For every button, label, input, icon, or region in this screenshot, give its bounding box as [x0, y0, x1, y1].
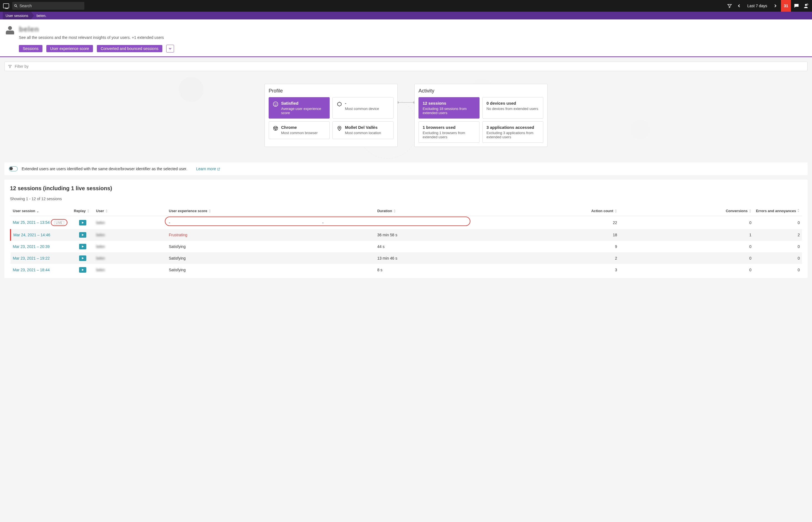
col-conversions[interactable]: Conversions	[726, 209, 751, 213]
alert-badge[interactable]: 31	[781, 0, 791, 12]
session-link[interactable]: Mar 25, 2021 – 13:54	[13, 220, 50, 225]
chip-ux-score[interactable]: User experience score	[46, 45, 93, 52]
breadcrumb-current[interactable]: belen.	[31, 12, 49, 19]
svg-marker-18	[106, 211, 108, 213]
col-action-count[interactable]: Action count	[591, 209, 617, 213]
errors-value: 0	[754, 253, 802, 264]
page-subtitle: See all the sessions and the most releva…	[19, 35, 164, 40]
chip-sessions[interactable]: Sessions	[19, 45, 42, 52]
profile-tile-3[interactable]: Mollet Del VallèsMost common location	[332, 121, 394, 139]
col-user-session[interactable]: User session	[13, 209, 39, 213]
session-link[interactable]: Mar 24, 2021 – 14:46	[13, 233, 50, 237]
tile-title: 0 devices used	[486, 101, 538, 105]
sessions-table: User session Replay User User experience…	[10, 206, 802, 276]
action-count-value: 18	[484, 229, 619, 241]
svg-marker-14	[37, 211, 39, 213]
conversions-value: 0	[619, 216, 754, 229]
user-value: belen	[96, 233, 105, 237]
replay-button[interactable]	[79, 220, 86, 225]
extended-users-toggle[interactable]	[9, 166, 18, 171]
topbar: Last 7 days 31	[0, 0, 812, 12]
learn-more-link[interactable]: Learn more	[196, 166, 220, 171]
action-count-value: 9	[484, 241, 619, 253]
filter-icon[interactable]	[726, 2, 733, 9]
sessions-title: 12 sessions (including 1 live sessions)	[10, 185, 802, 192]
svg-marker-25	[749, 209, 751, 210]
chip-more-button[interactable]	[166, 45, 174, 53]
filter-by-icon	[8, 64, 12, 68]
profile-tile-0[interactable]: SatisfiedAverage user experience score	[269, 97, 330, 119]
avatar	[5, 26, 15, 36]
tile-subtitle: Most common location	[345, 131, 381, 135]
activity-tile-3[interactable]: 3 applications accessedExcluding 3 appli…	[482, 121, 543, 143]
svg-point-6	[276, 103, 276, 104]
session-link[interactable]: Mar 23, 2021 – 20:39	[13, 244, 50, 249]
col-replay[interactable]: Replay	[74, 209, 90, 213]
tile-subtitle: Excluding 18 sessions from extended user…	[423, 107, 475, 115]
duration-value: 13 min 46 s	[375, 253, 484, 264]
svg-marker-17	[106, 209, 108, 210]
prev-timeframe-button[interactable]	[736, 2, 742, 9]
svg-marker-15	[87, 209, 89, 210]
tile-subtitle: Most common device	[345, 107, 379, 111]
profile-tile-1[interactable]: -Most common device	[332, 97, 394, 119]
table-row[interactable]: Mar 23, 2021 – 20:39belenSatisfying44 s9…	[11, 241, 802, 253]
ux-score-value: Satisfying	[169, 268, 186, 272]
replay-button[interactable]	[79, 232, 86, 238]
table-row[interactable]: Mar 24, 2021 – 14:46belenFrustrating36 m…	[11, 229, 802, 241]
app-menu-icon[interactable]	[3, 2, 9, 9]
conversions-value: 0	[619, 253, 754, 264]
search-input[interactable]	[19, 4, 83, 8]
breadcrumb-root[interactable]: User sessions	[3, 12, 31, 19]
replay-button[interactable]	[79, 267, 86, 273]
activity-tile-1[interactable]: 0 devices usedNo devices from extended u…	[482, 97, 543, 119]
action-count-value: 3	[484, 264, 619, 276]
timeframe-label[interactable]: Last 7 days	[745, 4, 770, 8]
table-row[interactable]: Mar 23, 2021 – 19:22belenSatisfying13 mi…	[11, 253, 802, 264]
chip-converted-bounced[interactable]: Converted and bounced sessions	[97, 45, 162, 52]
tile-subtitle: No devices from extended users	[486, 107, 538, 111]
tile-title: 1 browsers used	[423, 125, 475, 130]
chip-row: Sessions User experience score Converted…	[19, 45, 807, 53]
search-icon	[14, 4, 18, 8]
filter-bar[interactable]: Filter by	[4, 62, 808, 71]
table-row[interactable]: Mar 25, 2021 – 13:54 LIVEbelen--2200	[11, 216, 802, 229]
replay-button[interactable]	[79, 244, 86, 249]
conversions-value: 1	[619, 229, 754, 241]
col-duration[interactable]: Duration	[377, 209, 396, 213]
activity-tile-0[interactable]: 12 sessionsExcluding 18 sessions from ex…	[418, 97, 480, 119]
chat-icon[interactable]	[793, 2, 800, 9]
replay-button[interactable]	[79, 256, 86, 261]
external-link-icon	[217, 167, 220, 171]
col-ux-score[interactable]: User experience score	[169, 209, 211, 213]
tile-title: Chrome	[281, 125, 317, 130]
table-row[interactable]: Mar 23, 2021 – 18:44belenSatisfying8 s30…	[11, 264, 802, 276]
live-badge: LIVE	[54, 221, 64, 225]
tile-title: Mollet Del Vallès	[345, 125, 381, 130]
session-link[interactable]: Mar 23, 2021 – 18:44	[13, 268, 50, 272]
sessions-showing: Showing 1 - 12 of 12 sessions	[10, 197, 802, 201]
svg-marker-7	[337, 102, 341, 106]
activity-tile-2[interactable]: 1 browsers usedExcluding 1 browsers from…	[418, 121, 480, 143]
user-menu-icon[interactable]	[803, 2, 809, 9]
next-timeframe-button[interactable]	[772, 2, 779, 9]
svg-marker-31	[82, 245, 84, 248]
duration-value: 8 s	[375, 264, 484, 276]
profile-tile-2[interactable]: ChromeMost common browser	[269, 121, 330, 139]
errors-value: 0	[754, 241, 802, 253]
svg-marker-33	[82, 269, 84, 271]
col-errors[interactable]: Errors and annoyances	[756, 209, 800, 213]
svg-marker-23	[615, 209, 617, 210]
col-user[interactable]: User	[96, 209, 108, 213]
tile-subtitle: Most common browser	[281, 131, 317, 135]
svg-marker-30	[82, 234, 84, 236]
profile-title: Profile	[269, 88, 394, 94]
ux-score-value: Satisfying	[169, 244, 186, 249]
svg-point-0	[15, 4, 16, 6]
tile-title: 12 sessions	[423, 101, 475, 105]
session-link[interactable]: Mar 23, 2021 – 19:22	[13, 256, 50, 260]
svg-marker-19	[209, 209, 211, 210]
errors-value: 0	[754, 216, 802, 229]
tile-title: -	[345, 101, 379, 105]
conversions-value: 0	[619, 264, 754, 276]
